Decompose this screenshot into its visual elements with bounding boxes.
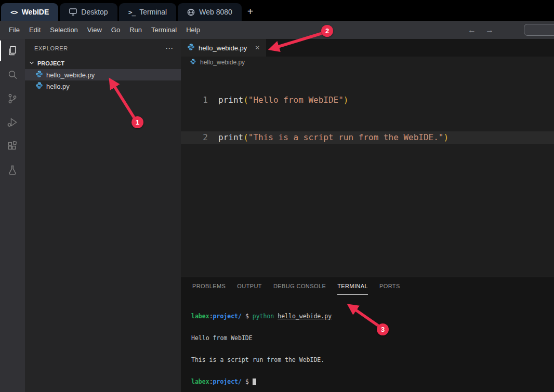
line-number: 2 — [181, 131, 208, 144]
panel-tabbar: PROBLEMS OUTPUT DEBUG CONSOLE TERMINAL P… — [181, 277, 554, 295]
code-line: 1print("Hello from WebIDE") — [181, 94, 554, 106]
browser-tab-desktop[interactable]: Desktop — [60, 3, 117, 21]
terminal-dir: project/ — [213, 378, 242, 385]
browser-tab-label: Web 8080 — [199, 8, 232, 16]
code-token: "This is a script run from the WebIDE." — [248, 132, 444, 142]
terminal-user: labex — [191, 313, 209, 320]
close-icon[interactable]: ✕ — [255, 44, 260, 51]
tab-ports[interactable]: PORTS — [379, 277, 400, 295]
editor-tab-label: hello_webide.py — [199, 44, 247, 52]
file-item-hello-py[interactable]: hello.py — [25, 80, 181, 92]
python-file-icon — [187, 43, 195, 52]
browser-tab-webide[interactable]: <> WebIDE — [1, 3, 58, 21]
terminal-user: labex — [191, 378, 209, 385]
search-icon[interactable] — [0, 63, 25, 87]
tab-problems[interactable]: PROBLEMS — [192, 277, 226, 295]
terminal-prompt-symbol: $ — [242, 313, 253, 320]
globe-icon — [187, 8, 195, 16]
terminal-dir: project/ — [213, 313, 242, 320]
browser-tab-bar: <> WebIDE Desktop >_ Terminal Web 8080 + — [0, 0, 554, 21]
extensions-icon[interactable] — [0, 134, 25, 158]
editor-tabstrip: hello_webide.py ✕ — [181, 39, 554, 57]
python-file-icon — [35, 70, 43, 79]
source-control-icon[interactable] — [0, 87, 25, 111]
terminal-cursor — [253, 379, 256, 385]
menu-run[interactable]: Run — [125, 26, 147, 34]
annotation-badge-3: 3 — [377, 323, 389, 335]
code-line-current: 2print("This is a script run from the We… — [181, 131, 554, 144]
code-editor[interactable]: 1print("Hello from WebIDE") 2print("This… — [181, 68, 554, 277]
code-token: print — [218, 95, 243, 105]
terminal-line-output: This is a script run from the WebIDE. — [191, 356, 554, 363]
file-item-hello-webide-py[interactable]: hello_webide.py — [25, 69, 181, 80]
menu-bar: File Edit Selection View Go Run Terminal… — [0, 21, 554, 39]
menu-terminal[interactable]: Terminal — [147, 26, 181, 34]
file-name: hello.py — [46, 83, 70, 90]
terminal-command: python — [253, 313, 278, 320]
menu-go[interactable]: Go — [107, 26, 125, 34]
chevron-down-icon — [28, 59, 35, 67]
new-tab-button[interactable]: + — [243, 6, 260, 21]
more-actions-icon[interactable]: ⋯ — [165, 44, 174, 53]
testing-icon[interactable] — [0, 158, 25, 182]
activity-bar — [0, 39, 25, 392]
browser-tab-terminal[interactable]: >_ Terminal — [119, 3, 177, 21]
code-token: "Hello from WebIDE" — [248, 95, 344, 105]
editor-tab-hello-webide-py[interactable]: hello_webide.py ✕ — [181, 39, 266, 57]
breadcrumb[interactable]: hello_webide.py — [181, 57, 554, 68]
history-nav: ← → — [468, 21, 494, 39]
explorer-sidebar: EXPLORER ⋯ PROJECT hello_webide.py hello… — [25, 39, 181, 392]
code-token: print — [218, 132, 243, 142]
menu-selection[interactable]: Selection — [45, 26, 82, 34]
annotation-badge-1: 1 — [131, 116, 143, 128]
back-arrow-icon[interactable]: ← — [468, 25, 476, 35]
bottom-panel: PROBLEMS OUTPUT DEBUG CONSOLE TERMINAL P… — [181, 277, 554, 392]
code-token: ) — [344, 95, 349, 105]
code-icon: <> — [10, 8, 18, 16]
terminal-line-command: labex:project/ $ python hello_webide.py — [191, 313, 554, 320]
project-section-label: PROJECT — [37, 60, 64, 66]
project-section-header[interactable]: PROJECT — [25, 57, 181, 69]
annotation-badge-2: 2 — [321, 25, 333, 37]
tab-output[interactable]: OUTPUT — [237, 277, 262, 295]
sidebar-header: EXPLORER ⋯ — [25, 39, 181, 57]
breadcrumb-file: hello_webide.py — [200, 59, 245, 66]
code-token: ( — [243, 95, 248, 105]
menu-view[interactable]: View — [83, 26, 107, 34]
explorer-icon[interactable] — [0, 39, 25, 63]
code-token: ) — [444, 132, 449, 142]
terminal-separator: : — [209, 378, 213, 385]
browser-tab-label: WebIDE — [22, 8, 49, 16]
run-and-debug-icon[interactable] — [0, 111, 25, 134]
browser-tab-label: Terminal — [139, 8, 167, 16]
browser-tab-label: Desktop — [81, 8, 108, 16]
python-file-icon — [189, 58, 197, 67]
terminal-prompt-symbol: $ — [242, 378, 253, 385]
tab-terminal[interactable]: TERMINAL — [337, 277, 368, 295]
terminal-prompt-icon: >_ — [128, 8, 136, 16]
terminal-output[interactable]: labex:project/ $ python hello_webide.py … — [181, 295, 554, 392]
editor-group: hello_webide.py ✕ hello_webide.py 1print… — [181, 39, 554, 392]
tab-debug-console[interactable]: DEBUG CONSOLE — [273, 277, 326, 295]
file-name: hello_webide.py — [46, 71, 95, 79]
python-file-icon — [35, 82, 43, 91]
sidebar-title: EXPLORER — [34, 45, 68, 51]
menu-edit[interactable]: Edit — [24, 26, 45, 34]
terminal-line-output: Hello from WebIDE — [191, 334, 554, 342]
command-center-box[interactable] — [524, 24, 554, 36]
browser-tab-web-8080[interactable]: Web 8080 — [178, 3, 242, 21]
line-number: 1 — [181, 94, 208, 106]
terminal-command-arg: hello_webide.py — [278, 313, 332, 320]
code-token: ( — [243, 132, 248, 142]
desktop-icon — [69, 8, 77, 16]
menu-help[interactable]: Help — [181, 26, 205, 34]
terminal-separator: : — [209, 313, 213, 320]
terminal-line-prompt: labex:project/ $ — [191, 378, 554, 385]
menu-file[interactable]: File — [4, 26, 24, 34]
webide-screen: <> WebIDE Desktop >_ Terminal Web 8080 +… — [0, 0, 554, 392]
forward-arrow-icon[interactable]: → — [485, 25, 494, 35]
